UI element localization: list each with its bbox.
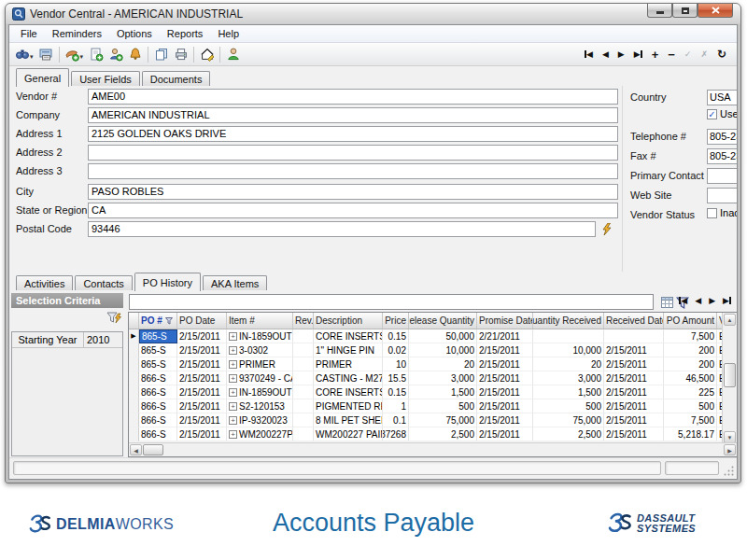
tab-documents[interactable]: Documents bbox=[142, 71, 211, 86]
titlebar[interactable]: Vendor Central - AMERICAN INDUSTRIAL bbox=[6, 4, 740, 24]
grid-cell[interactable]: 1,500 bbox=[409, 385, 477, 399]
grid-cell[interactable]: 2/15/2011 bbox=[177, 371, 227, 385]
column-header-promise-date[interactable]: Promise Date bbox=[477, 313, 533, 329]
grid-cell[interactable]: 500 bbox=[664, 399, 717, 413]
table-row[interactable]: 866-S2/15/2011S2-120153PIGMENTED RE15002… bbox=[129, 399, 737, 413]
grid-cell[interactable]: 2/15/2011 bbox=[604, 385, 664, 399]
grid-cell[interactable]: 2/15/2011 bbox=[477, 371, 533, 385]
grid-cell[interactable]: 2/15/2011 bbox=[177, 385, 227, 399]
add-contact-icon[interactable] bbox=[106, 45, 125, 63]
resize-grip[interactable] bbox=[723, 465, 735, 477]
grid-cell[interactable]: 500 bbox=[533, 399, 604, 413]
table-row[interactable]: 865-S2/15/20113-03021" HINGE PIN0.0210,0… bbox=[129, 343, 737, 357]
user-icon[interactable] bbox=[223, 45, 243, 63]
tab-user-fields[interactable]: User Fields bbox=[71, 71, 140, 86]
grid-cell[interactable]: IN-1859OUT bbox=[227, 329, 293, 343]
scroll-left-icon[interactable]: ◀ bbox=[130, 444, 142, 455]
send-mail-icon[interactable] bbox=[63, 45, 82, 63]
grid-cell[interactable] bbox=[293, 357, 314, 371]
grid-cell[interactable]: 2/15/2011 bbox=[477, 399, 533, 413]
grid-cell[interactable]: 0.1 bbox=[383, 413, 409, 427]
horizontal-scrollbar[interactable]: ◀ ▶ bbox=[129, 442, 737, 456]
grid-cell[interactable] bbox=[533, 329, 604, 343]
last-record-icon[interactable]: ▶ bbox=[634, 49, 642, 59]
expand-icon[interactable] bbox=[229, 360, 237, 369]
table-row[interactable]: 866-S2/15/2011IP-93200238 MIL PET SHEE0.… bbox=[129, 413, 737, 427]
column-header-quantity-received[interactable]: Quantity Received bbox=[533, 313, 604, 329]
grid-cell[interactable]: 2/21/2011 bbox=[477, 329, 533, 343]
grid-cell[interactable]: 9370249 - CAS bbox=[227, 371, 293, 385]
grid-cell[interactable]: PRIMER bbox=[227, 357, 293, 371]
grid-cell[interactable]: 866-S bbox=[139, 427, 177, 441]
web-site-field[interactable] bbox=[707, 188, 738, 203]
accept-icon[interactable]: ✓ bbox=[684, 49, 692, 59]
inactive-checkbox[interactable] bbox=[707, 208, 717, 218]
table-row[interactable]: 865-S2/15/2011IN-1859OUTCORE INSERTS0.15… bbox=[129, 329, 737, 343]
expand-icon[interactable] bbox=[229, 374, 237, 383]
grid-cell[interactable]: 2/15/2011 bbox=[604, 413, 664, 427]
grid-cell[interactable]: 3,000 bbox=[533, 371, 604, 385]
table-row[interactable]: 866-S2/15/20119370249 - CASCASTING - M27… bbox=[129, 371, 737, 385]
grid-cell[interactable]: 2/15/2011 bbox=[604, 343, 664, 357]
copy-icon[interactable] bbox=[151, 45, 171, 63]
find-icon[interactable] bbox=[12, 45, 32, 63]
expand-icon[interactable] bbox=[229, 416, 237, 425]
grid-cell[interactable]: 50,000 bbox=[409, 329, 477, 343]
scroll-up-icon[interactable]: ▲ bbox=[724, 314, 736, 326]
vertical-scroll-thumb[interactable] bbox=[724, 363, 736, 387]
grid-cell[interactable]: 866-S bbox=[139, 385, 177, 399]
scroll-right-icon[interactable]: ▶ bbox=[724, 444, 736, 455]
grid-cell[interactable]: 2/15/2011 bbox=[177, 343, 227, 357]
inactive-checkbox-row[interactable]: Inact bbox=[707, 207, 738, 218]
grid-cell[interactable]: 2/15/2011 bbox=[604, 357, 664, 371]
table-row[interactable]: 865-S2/15/2011PRIMERPRIMER10202/15/20112… bbox=[129, 357, 737, 371]
grid-cell[interactable]: CASTING - M274 bbox=[314, 371, 383, 385]
grid-cell[interactable]: 0.15 bbox=[383, 385, 409, 399]
grid-previous-icon[interactable]: ◀ bbox=[695, 296, 701, 305]
card-view-icon[interactable] bbox=[36, 45, 56, 63]
table-row[interactable]: 866-S2/15/2011IN-1859OUTCORE INSERTS0.15… bbox=[129, 385, 737, 399]
menu-file[interactable]: File bbox=[13, 27, 45, 40]
tab-general[interactable]: General bbox=[16, 68, 69, 87]
grid-cell[interactable]: 10 bbox=[383, 357, 409, 371]
use-checkbox[interactable] bbox=[707, 109, 717, 119]
print-icon[interactable] bbox=[171, 45, 190, 63]
grid-cell[interactable]: PIGMENTED RE bbox=[314, 399, 383, 413]
expand-icon[interactable] bbox=[229, 402, 237, 411]
zip-lookup-lightning-icon[interactable] bbox=[601, 223, 613, 236]
horizontal-scroll-thumb[interactable] bbox=[143, 444, 163, 455]
grid-cell[interactable]: 1" HINGE PIN bbox=[314, 343, 383, 357]
menu-options[interactable]: Options bbox=[109, 27, 160, 40]
maximize-button[interactable] bbox=[672, 4, 698, 18]
grid-cell[interactable] bbox=[293, 385, 314, 399]
grid-cell[interactable]: WM200227 PAIN bbox=[314, 427, 383, 441]
address3-field[interactable] bbox=[88, 163, 618, 179]
grid-cell[interactable]: 2/15/2011 bbox=[477, 413, 533, 427]
grid-cell[interactable]: 866-S bbox=[139, 399, 177, 413]
grid-cell[interactable]: 866-S bbox=[139, 371, 177, 385]
next-record-icon[interactable]: ▶ bbox=[618, 49, 625, 59]
grid-cell[interactable]: IN-1859OUT bbox=[227, 385, 293, 399]
grid-last-icon[interactable]: ▶ bbox=[723, 296, 731, 305]
close-button[interactable] bbox=[698, 4, 733, 18]
grid-cell[interactable]: 7,500 bbox=[664, 329, 717, 343]
tab-activities[interactable]: Activities bbox=[16, 275, 73, 290]
grid-cell[interactable]: S2-120153 bbox=[227, 399, 293, 413]
grid-cell[interactable]: 200 bbox=[664, 357, 717, 371]
grid-cell[interactable]: 225 bbox=[664, 385, 717, 399]
grid-cell[interactable]: 75,000 bbox=[409, 413, 477, 427]
column-header-release-quantity[interactable]: Release Quantity bbox=[409, 313, 477, 329]
column-header-price[interactable]: Price bbox=[383, 313, 409, 329]
grid-cell[interactable]: 20 bbox=[533, 357, 604, 371]
cancel-icon[interactable]: ✗ bbox=[700, 49, 708, 59]
grid-cell[interactable]: 10,000 bbox=[409, 343, 477, 357]
grid-cell[interactable]: 200 bbox=[664, 343, 717, 357]
refresh-icon[interactable]: ↻ bbox=[717, 48, 726, 61]
grid-view-icon[interactable] bbox=[659, 295, 674, 310]
use-checkbox-row[interactable]: Use bbox=[707, 108, 738, 119]
grid-cell[interactable]: 2/15/2011 bbox=[177, 427, 227, 441]
grid-cell[interactable] bbox=[293, 399, 314, 413]
company-field[interactable]: AMERICAN INDUSTRIAL bbox=[88, 107, 618, 123]
vendor-number-field[interactable]: AME00 bbox=[88, 89, 618, 105]
criteria-row[interactable]: Starting Year 2010 bbox=[12, 332, 122, 348]
